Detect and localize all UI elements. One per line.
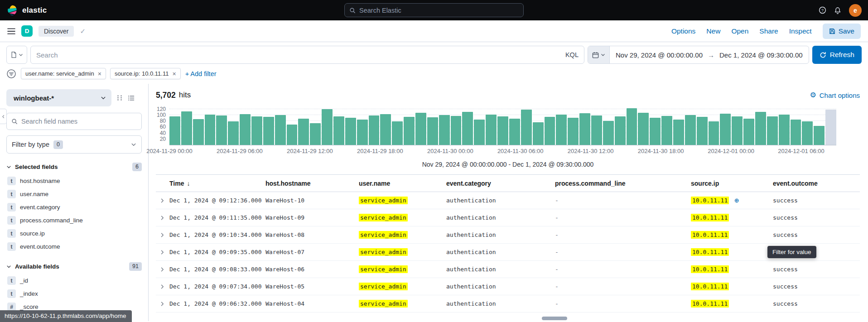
date-range-end[interactable]: Dec 1, 2024 @ 09:30:00.00 bbox=[719, 51, 803, 59]
remove-filter-icon[interactable]: × bbox=[98, 71, 101, 77]
field-item[interactable]: tevent.category bbox=[6, 201, 142, 214]
elastic-home-link[interactable]: elastic bbox=[6, 5, 47, 16]
menu-icon[interactable] bbox=[7, 27, 15, 35]
y-axis-label: 20 bbox=[160, 136, 166, 142]
sort-desc-icon[interactable]: ↓ bbox=[187, 180, 190, 187]
field-search-input[interactable] bbox=[21, 118, 137, 125]
field-search[interactable] bbox=[6, 113, 142, 130]
column-header-label: process.command_line bbox=[555, 180, 626, 187]
saved-query-menu-button[interactable] bbox=[6, 46, 27, 64]
save-button[interactable]: Save bbox=[823, 24, 861, 39]
histogram-bar bbox=[240, 114, 251, 145]
y-axis-label: 60 bbox=[160, 124, 166, 130]
filter-by-type-button[interactable]: Filter by type 0 bbox=[6, 135, 142, 154]
list-view-icon[interactable] bbox=[128, 95, 135, 101]
row-cell-source-ip: 10.0.11.11 bbox=[690, 248, 772, 256]
histogram-bar bbox=[486, 115, 497, 145]
available-fields-section-toggle[interactable]: Available fields 91 bbox=[6, 262, 142, 271]
histogram-bar bbox=[825, 110, 836, 145]
field-type-badge: t bbox=[7, 276, 16, 285]
filter-pill[interactable]: user.name: service_admin× bbox=[21, 68, 106, 79]
column-header-Time[interactable]: Time↓ bbox=[169, 180, 265, 187]
space-badge[interactable]: D bbox=[21, 25, 33, 37]
expand-row-icon[interactable] bbox=[156, 250, 169, 255]
expand-row-icon[interactable] bbox=[156, 284, 169, 289]
chart-options-button[interactable]: ⚙ Chart options bbox=[810, 91, 860, 99]
expand-row-icon[interactable] bbox=[156, 301, 169, 307]
histogram-bar bbox=[720, 114, 731, 145]
row-cell-user-name: service_admin bbox=[358, 283, 445, 290]
saved-status-check-icon: ✓ bbox=[80, 27, 86, 35]
nav-link-inspect[interactable]: Inspect bbox=[789, 27, 812, 35]
table-row: Dec 1, 2024 @ 09:07:34.000WareHost-05ser… bbox=[156, 278, 860, 295]
app-nav-bar: D Discover ✓ OptionsNewOpenShareInspect … bbox=[0, 20, 868, 42]
index-pattern-row: winlogbeat-* bbox=[6, 89, 142, 106]
column-header-host-hostname[interactable]: host.hostname bbox=[265, 180, 358, 187]
query-language-button[interactable]: KQL bbox=[565, 51, 579, 58]
column-header-label: user.name bbox=[359, 180, 390, 187]
column-header-process-command_line[interactable]: process.command_line bbox=[554, 180, 690, 187]
global-search-input[interactable] bbox=[359, 7, 519, 14]
user-avatar[interactable]: e bbox=[849, 4, 862, 17]
field-item[interactable]: tevent.outcome bbox=[6, 240, 142, 253]
chevron-down-icon bbox=[601, 53, 605, 57]
highlighted-value: service_admin bbox=[359, 248, 408, 256]
row-cell-event-category: authentication bbox=[445, 197, 554, 204]
nav-link-options[interactable]: Options bbox=[671, 27, 695, 35]
expand-row-icon[interactable] bbox=[156, 215, 169, 221]
row-cell-time: Dec 1, 2024 @ 09:08:33.000 bbox=[169, 266, 265, 273]
remove-filter-icon[interactable]: × bbox=[172, 71, 176, 77]
filter-set-menu-icon[interactable] bbox=[6, 69, 16, 79]
y-axis-label: 100 bbox=[157, 112, 166, 118]
expand-row-icon[interactable] bbox=[156, 198, 169, 203]
query-input-group: KQL bbox=[30, 46, 584, 64]
field-item[interactable]: tuser.name bbox=[6, 187, 142, 201]
filter-for-value-icon[interactable]: ⊕ bbox=[734, 197, 739, 204]
x-axis-label: 2024-11-30 18:00 bbox=[638, 148, 684, 154]
field-item[interactable]: t_index bbox=[6, 287, 142, 300]
date-quick-select-button[interactable] bbox=[588, 46, 610, 63]
refresh-button[interactable]: Refresh bbox=[812, 46, 862, 64]
field-item[interactable]: t_id bbox=[6, 274, 142, 287]
nav-actions: OptionsNewOpenShareInspect bbox=[671, 27, 812, 35]
save-button-label: Save bbox=[839, 27, 854, 35]
histogram-plot-area[interactable]: 20406080100120 bbox=[169, 106, 836, 145]
notifications-icon[interactable] bbox=[834, 7, 841, 14]
filter-pill[interactable]: source.ip: 10.0.11.11× bbox=[110, 68, 181, 79]
row-cell-event-outcome: success bbox=[772, 283, 860, 290]
histogram-bar bbox=[287, 125, 298, 145]
column-header-user-name[interactable]: user.name bbox=[358, 180, 445, 187]
add-filter-button[interactable]: + Add filter bbox=[185, 70, 217, 77]
row-cell-host-hostname: WareHost-04 bbox=[265, 300, 358, 307]
query-input[interactable] bbox=[36, 51, 561, 59]
nav-link-share[interactable]: Share bbox=[759, 27, 778, 35]
global-search[interactable] bbox=[344, 3, 524, 17]
nav-link-open[interactable]: Open bbox=[731, 27, 748, 35]
collapse-sidebar-button[interactable] bbox=[0, 109, 7, 124]
selected-fields-section-toggle[interactable]: Selected fields 6 bbox=[6, 163, 142, 171]
date-range-start[interactable]: Nov 29, 2024 @ 00:00:00.00 bbox=[616, 51, 703, 59]
grid-dots-icon[interactable] bbox=[116, 95, 123, 101]
nav-link-new[interactable]: New bbox=[706, 27, 720, 35]
row-cell-event-category: authentication bbox=[445, 249, 554, 255]
field-item[interactable]: tprocess.command_line bbox=[6, 214, 142, 227]
histogram-bar bbox=[380, 114, 391, 145]
date-range-arrow-icon: → bbox=[708, 51, 714, 59]
svg-text:?: ? bbox=[821, 8, 824, 13]
field-item[interactable]: thost.hostname bbox=[6, 174, 142, 187]
highlighted-value: 10.0.11.11 bbox=[691, 197, 729, 204]
index-pattern-selector[interactable]: winlogbeat-* bbox=[6, 89, 111, 106]
field-item[interactable]: tsource.ip bbox=[6, 227, 142, 240]
histogram-bar bbox=[545, 117, 555, 145]
help-icon[interactable]: ? bbox=[819, 6, 826, 14]
histogram-bar bbox=[205, 115, 216, 145]
expand-row-icon[interactable] bbox=[156, 232, 169, 238]
column-header-source-ip[interactable]: source.ip bbox=[690, 180, 772, 187]
column-header-event-category[interactable]: event.category bbox=[445, 180, 554, 187]
row-cell-time: Dec 1, 2024 @ 09:10:34.000 bbox=[169, 231, 265, 238]
highlighted-value: service_admin bbox=[359, 197, 408, 204]
column-header-event-outcome[interactable]: event.outcome bbox=[772, 180, 860, 187]
breadcrumb-discover[interactable]: Discover bbox=[39, 26, 74, 37]
expand-row-icon[interactable] bbox=[156, 267, 169, 272]
horizontal-scrollbar-thumb[interactable] bbox=[542, 317, 567, 320]
